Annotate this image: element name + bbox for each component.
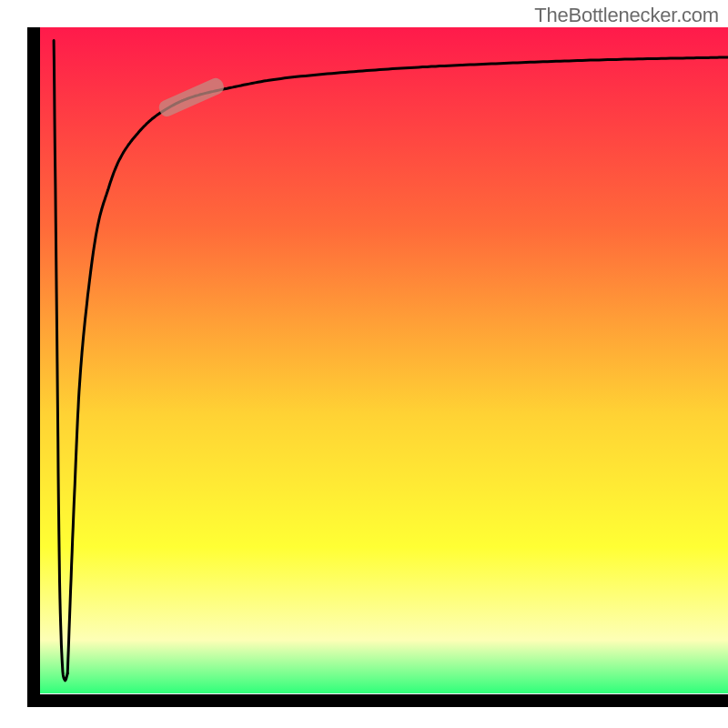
- watermark-text: TheBottlenecker.com: [534, 4, 719, 27]
- chart-container: TheBottlenecker.com: [0, 0, 728, 728]
- bottleneck-chart: [0, 0, 728, 728]
